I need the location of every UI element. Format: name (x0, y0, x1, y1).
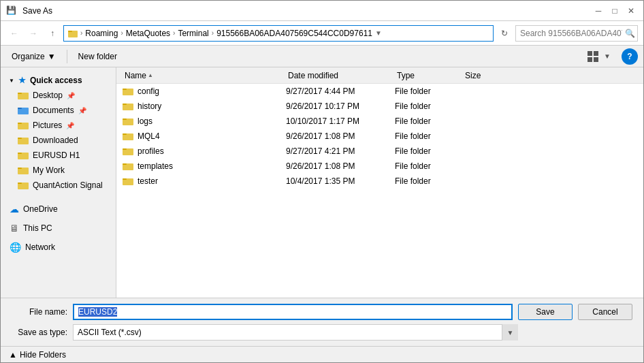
svg-rect-27 (123, 133, 127, 135)
sidebar-item-eurusd[interactable]: EURUSD H1 (1, 148, 116, 163)
file-type: File folder (395, 131, 463, 141)
sidebar-item-desktop[interactable]: Desktop 📌 (1, 88, 116, 103)
toolbar: Organize ▼ New folder ▼ ? (1, 46, 643, 67)
svg-rect-15 (18, 153, 22, 154)
pin-icon-desktop: 📌 (67, 92, 75, 99)
breadcrumb-roaming[interactable]: Roaming (85, 29, 118, 38)
table-row[interactable]: templates 9/26/2017 1:08 PM File folder (116, 159, 643, 174)
svg-rect-3 (594, 51, 598, 56)
file-name: templates (138, 161, 173, 171)
table-row[interactable]: tester 10/4/2017 1:35 PM File folder (116, 174, 643, 189)
svg-rect-23 (123, 104, 127, 105)
address-bar: ← → ↑ › Roaming › MetaQuotes › Terminal … (1, 21, 643, 46)
svg-rect-25 (123, 119, 127, 120)
main-content: ▼ ★ Quick access Desktop 📌 Documents 📌 P… (1, 67, 643, 298)
organize-button[interactable]: Organize ▼ (6, 48, 61, 65)
sidebar-item-network[interactable]: 🌐 Network (1, 239, 116, 255)
pin-icon-pictures: 📌 (66, 122, 74, 129)
breadcrumb-terminal[interactable]: Terminal (178, 29, 208, 38)
sidebar-item-pictures[interactable]: Pictures 📌 (1, 118, 116, 133)
breadcrumb-folder-icon (68, 29, 78, 37)
sidebar-item-documents[interactable]: Documents 📌 (1, 103, 116, 118)
breadcrumb[interactable]: › Roaming › MetaQuotes › Terminal › 9155… (63, 25, 494, 42)
svg-rect-11 (18, 123, 22, 124)
dialog-icon: 💾 (6, 5, 17, 16)
filename-input[interactable] (73, 304, 513, 320)
dialog-title: Save As (22, 6, 52, 16)
sidebar-section-quick-access: ▼ ★ Quick access Desktop 📌 Documents 📌 P… (1, 73, 116, 193)
table-row[interactable]: config 9/27/2017 4:44 PM File folder (116, 84, 643, 99)
sidebar: ▼ ★ Quick access Desktop 📌 Documents 📌 P… (1, 67, 116, 298)
hide-folders-toggle[interactable]: ▲ Hide Folders (9, 350, 66, 360)
action-buttons: Save Cancel (518, 304, 632, 320)
pin-icon-documents: 📌 (78, 107, 86, 114)
sidebar-item-downloaded[interactable]: Downloaded (1, 133, 116, 148)
title-bar: 💾 Save As ─ □ ✕ (1, 1, 643, 21)
file-type: File folder (395, 101, 463, 111)
footer-bar: ▲ Hide Folders (1, 346, 643, 362)
filetype-row: Save as type: ASCII Text (*.csv)CSV (*.c… (12, 324, 632, 341)
back-button[interactable]: ← (6, 25, 22, 42)
breadcrumb-sep2: › (120, 29, 123, 37)
svg-rect-29 (123, 148, 127, 150)
file-date: 9/27/2017 4:44 PM (286, 86, 395, 96)
sidebar-header-quick-access[interactable]: ▼ ★ Quick access (1, 73, 116, 88)
breadcrumb-sep3: › (173, 29, 175, 37)
help-button[interactable]: ? (622, 48, 638, 65)
cancel-button[interactable]: Cancel (578, 304, 632, 320)
svg-rect-17 (18, 168, 22, 169)
close-button[interactable]: ✕ (624, 4, 638, 18)
svg-rect-1 (68, 31, 72, 32)
file-rows: config 9/27/2017 4:44 PM File folder his… (116, 84, 643, 189)
breadcrumb-dropdown-button[interactable]: ▼ (374, 29, 383, 37)
up-button[interactable]: ↑ (44, 25, 61, 42)
refresh-button[interactable]: ↻ (496, 25, 513, 42)
breadcrumb-metaquotes[interactable]: MetaQuotes (126, 29, 170, 38)
file-date: 10/4/2017 1:35 PM (286, 176, 395, 186)
breadcrumb-guid[interactable]: 915566BA06ADA407569C544CC0D97611 (216, 29, 372, 38)
sidebar-item-this-pc[interactable]: 🖥 This PC (1, 220, 116, 236)
file-name: logs (138, 116, 152, 126)
svg-rect-21 (123, 89, 127, 90)
column-header-name[interactable]: Name ▲ (122, 67, 285, 83)
new-folder-button[interactable]: New folder (73, 48, 123, 65)
svg-rect-33 (123, 178, 127, 180)
sidebar-item-quantaction[interactable]: QuantAction Signal (1, 178, 116, 193)
file-name: MQL4 (138, 131, 160, 141)
forward-button[interactable]: → (25, 25, 42, 42)
column-header-size[interactable]: Size (462, 67, 517, 83)
bottom-bar: File name: Save Cancel Save as type: ASC… (1, 298, 643, 346)
file-type: File folder (395, 146, 463, 156)
file-list-header: Name ▲ Date modified Type Size (116, 67, 643, 84)
file-date: 9/26/2017 10:17 PM (286, 101, 395, 111)
breadcrumb-sep1: › (80, 29, 82, 37)
maximize-button[interactable]: □ (608, 4, 622, 18)
sidebar-item-onedrive[interactable]: ☁ OneDrive (1, 201, 116, 217)
toolbar-separator (67, 50, 67, 63)
view-button[interactable] (585, 48, 601, 65)
svg-rect-2 (587, 51, 592, 56)
column-header-date[interactable]: Date modified (285, 67, 394, 83)
table-row[interactable]: logs 10/10/2017 1:17 PM File folder (116, 114, 643, 129)
filetype-select-wrapper: ASCII Text (*.csv)CSV (*.csv)Text (*.txt… (73, 324, 518, 341)
table-row[interactable]: profiles 9/27/2017 4:21 PM File folder (116, 144, 643, 159)
sidebar-item-my-work[interactable]: My Work (1, 163, 116, 178)
file-date: 9/26/2017 1:08 PM (286, 161, 395, 171)
search-input[interactable] (520, 29, 622, 38)
save-button[interactable]: Save (518, 304, 573, 320)
save-as-dialog: 💾 Save As ─ □ ✕ ← → ↑ › Roaming › MetaQu… (0, 0, 644, 363)
minimize-button[interactable]: ─ (592, 4, 605, 18)
svg-rect-9 (18, 108, 22, 109)
quick-access-expand-icon: ▼ (9, 78, 14, 84)
file-type: File folder (395, 116, 463, 126)
table-row[interactable]: history 9/26/2017 10:17 PM File folder (116, 99, 643, 114)
svg-rect-5 (594, 57, 598, 62)
table-row[interactable]: MQL4 9/26/2017 1:08 PM File folder (116, 129, 643, 144)
sort-arrow-name: ▲ (148, 72, 153, 78)
hide-folders-arrow: ▲ (9, 350, 17, 360)
filetype-label: Save as type: (12, 328, 73, 337)
svg-rect-19 (18, 183, 22, 184)
column-header-type[interactable]: Type (394, 67, 462, 83)
file-date: 10/10/2017 1:17 PM (286, 116, 395, 126)
filetype-select[interactable]: ASCII Text (*.csv)CSV (*.csv)Text (*.txt… (73, 324, 518, 341)
